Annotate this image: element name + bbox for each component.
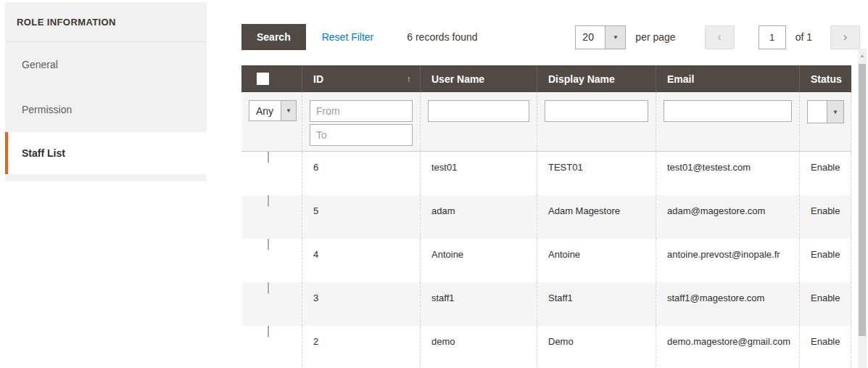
- status-filter-value: [808, 101, 827, 123]
- chevron-left-icon: ‹: [717, 30, 722, 44]
- chevron-right-icon: ›: [843, 30, 848, 44]
- per-page-label: per page: [635, 31, 675, 43]
- cell-status: Enable: [800, 282, 851, 326]
- column-label: Email: [667, 73, 694, 85]
- cell-status: Enable: [800, 326, 851, 368]
- status-filter-dropdown[interactable]: ▼: [807, 100, 844, 123]
- cell-id: 6: [302, 152, 421, 195]
- column-label: Display Name: [548, 73, 615, 85]
- sidebar-item-general[interactable]: General: [5, 42, 207, 87]
- column-label: ID: [313, 73, 323, 85]
- cell-status: Enable: [800, 195, 851, 239]
- row-select-cell: [241, 282, 302, 326]
- total-pages-text: of 1: [795, 31, 812, 43]
- table-row[interactable]: 6 test01 TEST01 test01@testest.com Enabl…: [241, 152, 851, 195]
- row-checkbox[interactable]: [268, 195, 269, 207]
- cell-email: adam@magestore.com: [656, 195, 800, 239]
- email-filter-cell: [656, 92, 800, 151]
- display-name-filter-input[interactable]: [545, 100, 648, 122]
- cell-user-name: Antoine: [421, 239, 537, 282]
- display-name-filter-cell: [537, 92, 656, 151]
- cell-id: 2: [302, 326, 421, 368]
- cell-display-name: Staff1: [537, 282, 656, 326]
- role-information-page: ROLE INFORMATION General Permission Staf…: [0, 0, 868, 368]
- mass-select-value: Any: [249, 101, 281, 120]
- page-number-input[interactable]: [759, 25, 786, 49]
- select-all-checkbox[interactable]: [257, 73, 269, 85]
- row-select-cell: [241, 195, 302, 239]
- cell-display-name: Antoine: [537, 239, 656, 282]
- per-page-value: 20: [576, 26, 605, 49]
- chevron-down-icon: ▼: [827, 101, 843, 123]
- cell-display-name: Adam Magestore: [537, 195, 656, 239]
- vertical-scrollbar[interactable]: ▲: [858, 49, 867, 368]
- records-found-text: 6 records found: [407, 31, 477, 43]
- sort-ascending-icon: ↑: [407, 73, 412, 84]
- row-checkbox[interactable]: [268, 152, 269, 163]
- column-header-status[interactable]: Status: [800, 65, 851, 92]
- column-header-display-name[interactable]: Display Name: [537, 65, 656, 92]
- cell-user-name: test01: [421, 152, 537, 195]
- cell-user-name: adam: [421, 195, 537, 239]
- email-filter-input[interactable]: [664, 100, 792, 122]
- user-name-filter-input[interactable]: [428, 100, 529, 122]
- pagination: 20 ▼ per page ‹ of 1 ›: [575, 25, 860, 49]
- sidebar-title: ROLE INFORMATION: [5, 2, 207, 42]
- user-name-filter-cell: [421, 92, 537, 151]
- mass-select-dropdown[interactable]: Any ▼: [249, 100, 297, 121]
- cell-status: Enable: [800, 239, 851, 282]
- cell-id: 3: [302, 282, 421, 326]
- row-select-cell: [241, 326, 302, 368]
- cell-display-name: TEST01: [537, 152, 656, 195]
- row-select-cell: [241, 239, 302, 282]
- column-label: Status: [811, 73, 842, 85]
- chevron-down-icon: ▼: [605, 26, 625, 49]
- id-to-filter-input[interactable]: [310, 124, 413, 146]
- table-row[interactable]: 3 staff1 Staff1 staff1@magestore.com Ena…: [241, 282, 851, 326]
- column-header-user-name[interactable]: User Name: [421, 65, 537, 92]
- column-header-email[interactable]: Email: [656, 65, 800, 92]
- id-from-filter-input[interactable]: [310, 100, 413, 122]
- staff-list-panel: Search Reset Filter 6 records found 20 ▼…: [241, 24, 860, 368]
- cell-email: test01@testest.com: [656, 152, 800, 195]
- next-page-button[interactable]: ›: [830, 25, 860, 49]
- row-checkbox[interactable]: [268, 239, 269, 250]
- search-button[interactable]: Search: [241, 24, 306, 50]
- table-row[interactable]: 2 demo Demo demo.magestore@gmail.com Ena…: [241, 326, 851, 368]
- mass-select-cell: Any ▼: [241, 92, 302, 151]
- table-row[interactable]: 5 adam Adam Magestore adam@magestore.com…: [241, 195, 851, 239]
- row-select-cell: [241, 152, 302, 195]
- grid-header-row: ID ↑ User Name Display Name Email Status: [241, 65, 851, 92]
- cell-id: 4: [302, 239, 421, 282]
- role-information-sidebar: ROLE INFORMATION General Permission Staf…: [5, 2, 207, 181]
- column-label: User Name: [431, 73, 484, 85]
- scrollbar-thumb[interactable]: [859, 64, 866, 336]
- cell-display-name: Demo: [537, 326, 656, 368]
- sidebar-item-label: Permission: [22, 104, 72, 115]
- row-checkbox[interactable]: [268, 326, 269, 338]
- cell-user-name: staff1: [421, 282, 537, 326]
- grid-toolbar: Search Reset Filter 6 records found 20 ▼…: [241, 24, 860, 50]
- cell-user-name: demo: [421, 326, 537, 368]
- staff-grid: ID ↑ User Name Display Name Email Status: [241, 65, 851, 368]
- cell-status: Enable: [800, 152, 851, 195]
- table-row[interactable]: 4 Antoine Antoine antoine.prevost@inopal…: [241, 239, 851, 282]
- status-filter-cell: ▼: [800, 92, 851, 151]
- sidebar-item-label: General: [22, 59, 58, 70]
- id-filter-cell: [302, 92, 421, 151]
- cell-email: demo.magestore@gmail.com: [656, 326, 800, 368]
- scroll-up-arrow-icon[interactable]: ▲: [858, 49, 867, 62]
- cell-id: 5: [302, 195, 421, 239]
- chevron-down-icon: ▼: [281, 101, 296, 120]
- previous-page-button[interactable]: ‹: [705, 25, 735, 49]
- cell-email: antoine.prevost@inopale.fr: [656, 239, 800, 282]
- sidebar-item-label: Staff List: [22, 147, 65, 159]
- grid-filter-row: Any ▼: [241, 92, 851, 152]
- reset-filter-link[interactable]: Reset Filter: [322, 31, 374, 43]
- per-page-select[interactable]: 20 ▼: [575, 25, 626, 49]
- sidebar-item-staff-list[interactable]: Staff List: [5, 132, 207, 174]
- cell-email: staff1@magestore.com: [656, 282, 800, 326]
- row-checkbox[interactable]: [268, 282, 269, 294]
- column-header-id[interactable]: ID ↑: [302, 65, 421, 92]
- sidebar-item-permission[interactable]: Permission: [5, 87, 207, 132]
